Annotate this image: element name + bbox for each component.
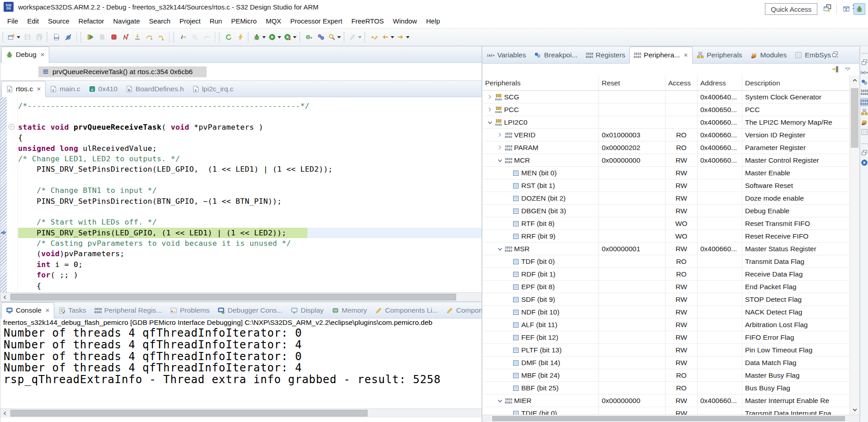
expand-icon[interactable] [487, 94, 493, 100]
dropdown-caret-icon[interactable] [17, 36, 20, 38]
right-tab-variables[interactable]: (x)=Variables [483, 47, 530, 63]
collapse-icon[interactable] [487, 119, 493, 126]
table-row-mier[interactable]: 10100101MIER0x00000000RW0x400660...Maste… [482, 394, 849, 407]
dropdown-caret-icon[interactable] [293, 36, 297, 38]
modules-view-icon[interactable] [861, 118, 868, 126]
console-tab-display[interactable]: Display [287, 302, 328, 318]
right-tab-breakpoi[interactable]: Breakpoi... [530, 47, 581, 63]
menu-navigate[interactable]: Navigate [108, 15, 144, 27]
view-menu-icon[interactable] [844, 66, 851, 73]
table-row-scg[interactable]: 0101SCG0x400640...System Clock Generator [482, 91, 849, 103]
step-into-button[interactable] [132, 31, 143, 43]
new-wizard-button[interactable] [6, 31, 22, 43]
breakpoints-view-icon[interactable] [861, 79, 868, 86]
menu-file[interactable]: File [3, 15, 23, 27]
registers-view-icon[interactable]: 10100101 [861, 89, 868, 96]
table-row-ndf-bit-10[interactable]: NDF (bit 10)RWNACK Detect Flag [482, 306, 849, 319]
dropdown-caret-icon[interactable] [358, 36, 362, 38]
table-row-bbf-bit-25[interactable]: BBF (bit 25)ROBus Busy Flag [482, 382, 849, 394]
collapse-icon[interactable] [497, 398, 503, 404]
menu-source[interactable]: Source [43, 15, 74, 27]
debug-perspective-button[interactable] [854, 3, 865, 15]
table-vscrollbar[interactable] [849, 75, 859, 415]
expand-icon[interactable] [487, 107, 493, 113]
editor-tab-main-c[interactable]: cmain.c [46, 81, 85, 97]
close-icon[interactable] [40, 52, 45, 57]
restore-view-icon[interactable] [831, 51, 839, 58]
table-row-dbgen-bit-3[interactable]: DBGEN (bit 3)RWDebug Enable [482, 205, 849, 217]
table-row-verid[interactable]: 10100101VERID0x01000003RO0x400660...Vers… [482, 129, 849, 141]
editor-tab-0x410[interactable]: c0x410 [85, 81, 122, 97]
table-row-dozen-bit-2[interactable]: DOZEN (bit 2)RWDoze mode enable [482, 192, 849, 205]
table-row-pcc[interactable]: 0101PCC0x400650...PCC [482, 103, 849, 116]
editor-tab-lpi2c-irq-c[interactable]: clpi2c_irq.c [188, 81, 238, 97]
cpp-perspective-button[interactable]: C [840, 3, 852, 15]
dropdown-caret-icon[interactable] [391, 36, 394, 38]
close-icon[interactable] [45, 308, 50, 313]
table-row-alf-bit-11[interactable]: ALF (bit 11)RWArbitration Lost Flag [482, 319, 849, 331]
collapse-icon[interactable] [497, 157, 503, 164]
table-row-param[interactable]: 10100101PARAM0x00000202RO0x400660...Para… [482, 141, 849, 154]
table-hscrollbar[interactable] [482, 415, 859, 422]
console-tab-problems[interactable]: Problems [166, 302, 213, 318]
dropdown-caret-icon[interactable] [406, 36, 410, 38]
menu-run[interactable]: Run [205, 15, 227, 27]
column-header-reset[interactable]: Reset [599, 75, 665, 90]
menu-pemicro[interactable]: PEMicro [226, 15, 261, 27]
table-row-mbf-bit-24[interactable]: MBF (bit 24)ROMaster Busy Flag [482, 369, 849, 382]
dropdown-caret-icon[interactable] [337, 36, 341, 38]
menu-refactor[interactable]: Refactor [74, 15, 109, 27]
menu-search[interactable]: Search [144, 15, 175, 27]
table-row-pltf-bit-13[interactable]: PLTF (bit 13)RWPin Low Timeout Flag [482, 344, 849, 356]
disconnect-button[interactable] [120, 31, 132, 43]
right-tab-peripherals[interactable]: Peripherals [693, 47, 746, 63]
dropdown-caret-icon[interactable] [278, 36, 281, 38]
console-tab-console[interactable]: Console [1, 302, 54, 319]
peripheral-registers-view-icon[interactable]: 10100101 [861, 98, 868, 106]
scroll-left-icon[interactable] [0, 409, 9, 417]
menu-window[interactable]: Window [388, 15, 421, 27]
search-button[interactable] [327, 31, 342, 43]
debug-button[interactable] [252, 31, 267, 43]
table-row-mcr[interactable]: 10100101MCR0x00000000RW0x400660...Master… [482, 154, 849, 167]
forward-button[interactable] [396, 31, 411, 43]
menu-freertos[interactable]: FreeRTOS [347, 15, 388, 27]
code-editor[interactable]: /*--------------------------------------… [0, 97, 481, 292]
step-over-button[interactable] [143, 31, 155, 43]
expand-icon[interactable] [497, 132, 503, 138]
step-return-button[interactable] [155, 31, 167, 43]
table-row-sdf-bit-9[interactable]: SDF (bit 9)RWSTOP Detect Flag [482, 293, 849, 306]
peripherals-view-icon[interactable] [861, 108, 868, 116]
editor-tab-boarddefines-h[interactable]: hBoardDefines.h [122, 81, 188, 97]
table-row-rst-bit-1[interactable]: RST (bit 1)RWSoftware Reset [482, 179, 849, 192]
embsys-view-icon[interactable] [861, 128, 868, 136]
scroll-left-icon[interactable] [0, 293, 9, 301]
resume-view-icon[interactable] [861, 159, 868, 166]
table-row-men-bit-0[interactable]: MEN (bit 0)RWMaster Enable [482, 167, 849, 179]
variables-view-icon[interactable]: (x)= [861, 69, 868, 76]
restore-view-icon[interactable] [861, 59, 868, 66]
close-icon[interactable] [684, 53, 688, 57]
menu-help[interactable]: Help [421, 15, 444, 27]
table-row-epf-bit-8[interactable]: EPF (bit 8)RWEnd Packet Flag [482, 281, 849, 293]
close-icon[interactable] [37, 87, 41, 91]
console-tab-debugger-cons[interactable]: Debugger Cons... [213, 302, 287, 318]
new-binary-button[interactable]: 010 [51, 31, 62, 43]
open-perspective-button[interactable] [821, 3, 833, 15]
run-button[interactable] [267, 31, 283, 43]
last-edit-location-button[interactable] [368, 31, 380, 43]
menu-project[interactable]: Project [175, 15, 205, 27]
table-row-tdf-bit-0[interactable]: TDF (bit 0)ROTransmit Data Flag [482, 255, 849, 268]
quick-access-button[interactable]: Quick Access [765, 3, 817, 15]
table-row-fef-bit-12[interactable]: FEF (bit 12)RWFIFO Error Flag [482, 331, 849, 344]
table-row-dmf-bit-14[interactable]: DMF (bit 14)RWData Match Flag [482, 356, 849, 369]
menu-edit[interactable]: Edit [23, 15, 43, 27]
table-row-msr[interactable]: 10100101MSR0x00000001RW0x400660...Master… [482, 243, 849, 255]
scroll-up-icon[interactable] [850, 75, 860, 85]
console-tab-peripheral-regis[interactable]: 10100101Peripheral Regis... [90, 302, 166, 318]
stack-frame-row[interactable]: prvQueueReceiveTask() at rtos.c:354 0x6c… [38, 66, 207, 77]
console-hscroll-thumb[interactable] [10, 410, 368, 417]
table-hscroll-thumb[interactable] [492, 416, 845, 421]
table-row-tdie-bit-0[interactable]: TDIE (bit 0)RWTransmit Data Interrupt En… [482, 407, 849, 415]
profile-button[interactable] [283, 31, 298, 43]
